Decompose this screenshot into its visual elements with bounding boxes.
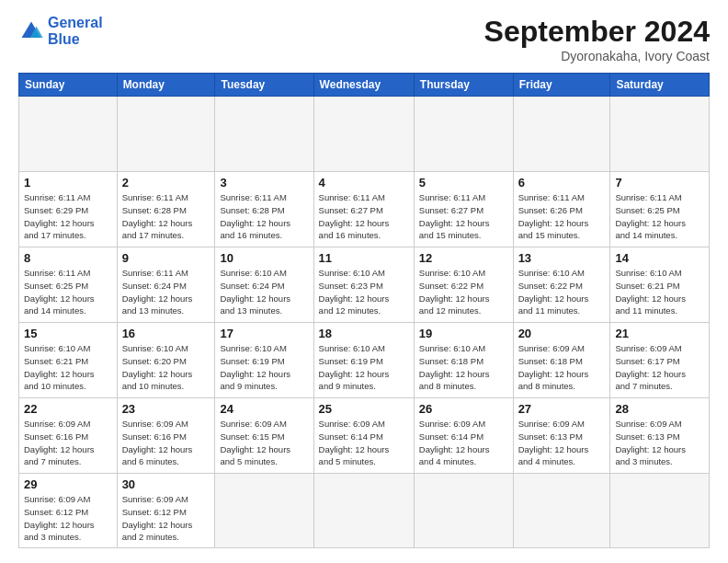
day-number: 1 — [24, 176, 112, 190]
day-number: 19 — [419, 327, 508, 340]
day-number: 2 — [122, 176, 210, 190]
day-info: Sunrise: 6:09 AMSunset: 6:13 PMDaylight:… — [518, 418, 606, 468]
day-info: Sunrise: 6:11 AMSunset: 6:26 PMDaylight:… — [518, 191, 606, 242]
day-number: 4 — [319, 176, 409, 190]
day-info: Sunrise: 6:11 AMSunset: 6:24 PMDaylight:… — [122, 267, 210, 317]
calendar-cell: 20Sunrise: 6:09 AMSunset: 6:18 PMDayligh… — [513, 323, 610, 398]
day-number: 8 — [24, 251, 112, 265]
calendar-cell: 26Sunrise: 6:09 AMSunset: 6:14 PMDayligh… — [414, 398, 513, 474]
logo: General Blue — [18, 15, 103, 49]
calendar-cell: 7Sunrise: 6:11 AMSunset: 6:25 PMDaylight… — [610, 172, 710, 247]
day-info: Sunrise: 6:09 AMSunset: 6:12 PMDaylight:… — [122, 493, 210, 544]
calendar-cell: 18Sunrise: 6:10 AMSunset: 6:19 PMDayligh… — [313, 323, 414, 398]
day-number: 26 — [419, 402, 508, 416]
day-number: 10 — [220, 251, 308, 265]
calendar-cell — [313, 474, 414, 548]
day-number: 6 — [518, 176, 606, 190]
day-number: 27 — [518, 402, 606, 416]
day-info: Sunrise: 6:09 AMSunset: 6:16 PMDaylight:… — [122, 418, 210, 468]
calendar-week-4: 22Sunrise: 6:09 AMSunset: 6:16 PMDayligh… — [19, 398, 710, 474]
calendar-cell: 5Sunrise: 6:11 AMSunset: 6:27 PMDaylight… — [414, 172, 513, 247]
calendar-cell: 12Sunrise: 6:10 AMSunset: 6:22 PMDayligh… — [414, 247, 513, 323]
calendar-cell — [414, 97, 513, 172]
calendar-cell: 30Sunrise: 6:09 AMSunset: 6:12 PMDayligh… — [117, 474, 215, 548]
day-number: 13 — [518, 251, 606, 265]
calendar-cell — [19, 97, 118, 172]
day-info: Sunrise: 6:11 AMSunset: 6:28 PMDaylight:… — [122, 191, 210, 242]
logo-general: General — [48, 15, 103, 30]
day-info: Sunrise: 6:11 AMSunset: 6:27 PMDaylight:… — [419, 191, 508, 242]
day-number: 30 — [122, 477, 210, 491]
calendar-week-0 — [19, 97, 710, 172]
day-info: Sunrise: 6:11 AMSunset: 6:25 PMDaylight:… — [615, 191, 704, 242]
weekday-header-saturday: Saturday — [610, 74, 710, 97]
calendar-cell: 15Sunrise: 6:10 AMSunset: 6:21 PMDayligh… — [19, 323, 118, 398]
calendar-cell: 24Sunrise: 6:09 AMSunset: 6:15 PMDayligh… — [215, 398, 313, 474]
calendar-cell — [117, 97, 215, 172]
logo-blue: Blue — [48, 31, 103, 48]
logo-icon — [18, 18, 44, 44]
header: General Blue September 2024 Dyoronakaha,… — [18, 15, 710, 63]
day-info: Sunrise: 6:10 AMSunset: 6:19 PMDaylight:… — [319, 342, 409, 393]
calendar-cell: 3Sunrise: 6:11 AMSunset: 6:28 PMDaylight… — [215, 172, 313, 247]
day-info: Sunrise: 6:10 AMSunset: 6:18 PMDaylight:… — [419, 342, 508, 393]
day-number: 12 — [419, 251, 508, 265]
day-info: Sunrise: 6:09 AMSunset: 6:12 PMDaylight:… — [24, 493, 112, 544]
calendar-week-2: 8Sunrise: 6:11 AMSunset: 6:25 PMDaylight… — [19, 247, 710, 323]
day-number: 11 — [319, 251, 409, 265]
day-number: 15 — [24, 327, 112, 340]
calendar-cell: 21Sunrise: 6:09 AMSunset: 6:17 PMDayligh… — [610, 323, 710, 398]
day-number: 28 — [615, 402, 704, 416]
calendar: SundayMondayTuesdayWednesdayThursdayFrid… — [18, 73, 710, 548]
calendar-cell — [513, 474, 610, 548]
day-number: 17 — [220, 327, 308, 340]
calendar-cell: 8Sunrise: 6:11 AMSunset: 6:25 PMDaylight… — [19, 247, 118, 323]
calendar-cell — [215, 474, 313, 548]
calendar-cell: 16Sunrise: 6:10 AMSunset: 6:20 PMDayligh… — [117, 323, 215, 398]
day-info: Sunrise: 6:10 AMSunset: 6:21 PMDaylight:… — [615, 267, 704, 317]
day-info: Sunrise: 6:09 AMSunset: 6:13 PMDaylight:… — [615, 418, 704, 468]
month-title: September 2024 — [484, 15, 710, 49]
day-number: 9 — [122, 251, 210, 265]
calendar-cell: 11Sunrise: 6:10 AMSunset: 6:23 PMDayligh… — [313, 247, 414, 323]
day-number: 18 — [319, 327, 409, 340]
day-info: Sunrise: 6:10 AMSunset: 6:22 PMDaylight:… — [518, 267, 606, 317]
calendar-cell: 9Sunrise: 6:11 AMSunset: 6:24 PMDaylight… — [117, 247, 215, 323]
calendar-cell: 23Sunrise: 6:09 AMSunset: 6:16 PMDayligh… — [117, 398, 215, 474]
calendar-cell — [610, 474, 710, 548]
calendar-cell: 29Sunrise: 6:09 AMSunset: 6:12 PMDayligh… — [19, 474, 118, 548]
weekday-header-row: SundayMondayTuesdayWednesdayThursdayFrid… — [19, 74, 710, 97]
calendar-cell — [610, 97, 710, 172]
calendar-week-3: 15Sunrise: 6:10 AMSunset: 6:21 PMDayligh… — [19, 323, 710, 398]
day-number: 24 — [220, 402, 308, 416]
calendar-cell: 6Sunrise: 6:11 AMSunset: 6:26 PMDaylight… — [513, 172, 610, 247]
calendar-cell: 10Sunrise: 6:10 AMSunset: 6:24 PMDayligh… — [215, 247, 313, 323]
weekday-header-friday: Friday — [513, 74, 610, 97]
day-info: Sunrise: 6:09 AMSunset: 6:17 PMDaylight:… — [615, 342, 704, 393]
day-info: Sunrise: 6:10 AMSunset: 6:22 PMDaylight:… — [419, 267, 508, 317]
calendar-cell: 13Sunrise: 6:10 AMSunset: 6:22 PMDayligh… — [513, 247, 610, 323]
day-info: Sunrise: 6:09 AMSunset: 6:14 PMDaylight:… — [419, 418, 508, 468]
calendar-cell — [313, 97, 414, 172]
day-info: Sunrise: 6:09 AMSunset: 6:15 PMDaylight:… — [220, 418, 308, 468]
calendar-cell: 14Sunrise: 6:10 AMSunset: 6:21 PMDayligh… — [610, 247, 710, 323]
title-block: September 2024 Dyoronakaha, Ivory Coast — [484, 15, 710, 63]
day-number: 21 — [615, 327, 704, 340]
day-number: 3 — [220, 176, 308, 190]
day-info: Sunrise: 6:11 AMSunset: 6:27 PMDaylight:… — [319, 191, 409, 242]
day-number: 5 — [419, 176, 508, 190]
day-number: 20 — [518, 327, 606, 340]
day-info: Sunrise: 6:09 AMSunset: 6:16 PMDaylight:… — [24, 418, 112, 468]
day-info: Sunrise: 6:09 AMSunset: 6:18 PMDaylight:… — [518, 342, 606, 393]
calendar-cell: 2Sunrise: 6:11 AMSunset: 6:28 PMDaylight… — [117, 172, 215, 247]
calendar-week-1: 1Sunrise: 6:11 AMSunset: 6:29 PMDaylight… — [19, 172, 710, 247]
page: General Blue September 2024 Dyoronakaha,… — [0, 0, 728, 563]
day-info: Sunrise: 6:11 AMSunset: 6:28 PMDaylight:… — [220, 191, 308, 242]
weekday-header-tuesday: Tuesday — [215, 74, 313, 97]
day-number: 23 — [122, 402, 210, 416]
calendar-cell: 25Sunrise: 6:09 AMSunset: 6:14 PMDayligh… — [313, 398, 414, 474]
calendar-cell: 28Sunrise: 6:09 AMSunset: 6:13 PMDayligh… — [610, 398, 710, 474]
calendar-cell: 1Sunrise: 6:11 AMSunset: 6:29 PMDaylight… — [19, 172, 118, 247]
weekday-header-thursday: Thursday — [414, 74, 513, 97]
day-number: 22 — [24, 402, 112, 416]
